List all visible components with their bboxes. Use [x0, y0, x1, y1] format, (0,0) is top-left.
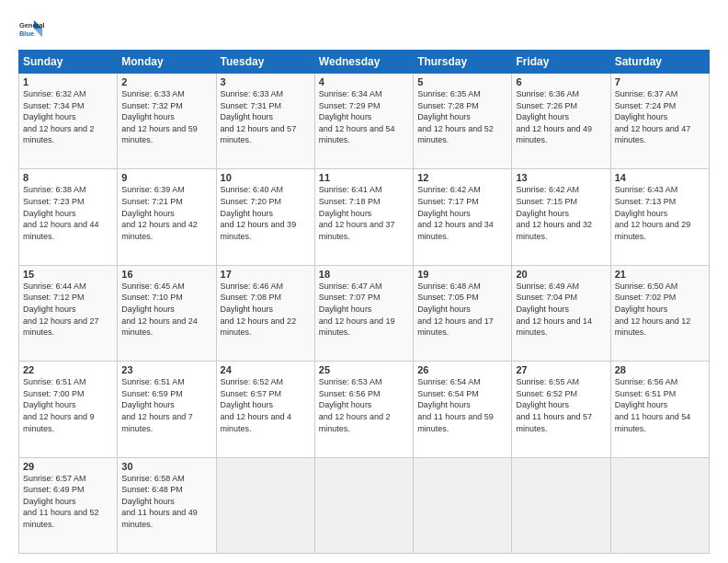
day-number: 16	[121, 269, 211, 280]
day-header-sunday: Sunday	[19, 51, 118, 74]
calendar-cell: 6 Sunrise: 6:36 AMSunset: 7:26 PMDayligh…	[512, 74, 610, 169]
calendar-cell: 13 Sunrise: 6:42 AMSunset: 7:15 PMDaylig…	[512, 169, 610, 265]
calendar-cell: 17 Sunrise: 6:46 AMSunset: 7:08 PMDaylig…	[216, 265, 314, 361]
calendar-cell	[610, 457, 709, 553]
day-number: 21	[615, 269, 705, 280]
calendar-cell: 3 Sunrise: 6:33 AMSunset: 7:31 PMDayligh…	[216, 74, 314, 169]
day-number: 4	[319, 76, 409, 87]
calendar-cell: 14 Sunrise: 6:43 AMSunset: 7:13 PMDaylig…	[610, 169, 709, 265]
day-info: Sunrise: 6:55 AMSunset: 6:52 PMDaylight …	[516, 376, 606, 434]
calendar-cell: 27 Sunrise: 6:55 AMSunset: 6:52 PMDaylig…	[512, 362, 610, 457]
day-info: Sunrise: 6:42 AMSunset: 7:17 PMDaylight …	[417, 184, 507, 242]
day-info: Sunrise: 6:50 AMSunset: 7:02 PMDaylight …	[615, 281, 705, 339]
page: General Blue SundayMondayTuesdayWednesda…	[0, 0, 728, 563]
calendar-cell: 28 Sunrise: 6:56 AMSunset: 6:51 PMDaylig…	[610, 362, 709, 457]
day-info: Sunrise: 6:42 AMSunset: 7:15 PMDaylight …	[516, 184, 606, 242]
calendar-cell	[314, 457, 413, 553]
day-number: 20	[516, 269, 606, 280]
day-header-thursday: Thursday	[414, 51, 512, 74]
calendar-cell: 19 Sunrise: 6:48 AMSunset: 7:05 PMDaylig…	[414, 265, 512, 361]
day-number: 29	[23, 461, 113, 472]
calendar-cell: 15 Sunrise: 6:44 AMSunset: 7:12 PMDaylig…	[19, 265, 118, 361]
day-number: 24	[221, 364, 311, 375]
calendar-cell: 24 Sunrise: 6:52 AMSunset: 6:57 PMDaylig…	[216, 362, 314, 457]
day-info: Sunrise: 6:49 AMSunset: 7:04 PMDaylight …	[516, 281, 606, 339]
calendar-week-2: 8 Sunrise: 6:38 AMSunset: 7:23 PMDayligh…	[19, 169, 710, 265]
day-info: Sunrise: 6:33 AMSunset: 7:32 PMDaylight …	[121, 88, 211, 146]
day-header-wednesday: Wednesday	[314, 51, 413, 74]
day-header-saturday: Saturday	[610, 51, 709, 74]
day-number: 5	[417, 76, 507, 87]
day-number: 6	[516, 76, 606, 87]
day-info: Sunrise: 6:48 AMSunset: 7:05 PMDaylight …	[417, 281, 507, 339]
day-number: 30	[121, 461, 211, 472]
day-number: 25	[319, 364, 409, 375]
calendar-cell: 11 Sunrise: 6:41 AMSunset: 7:18 PMDaylig…	[314, 169, 413, 265]
day-number: 1	[23, 76, 113, 87]
day-number: 10	[221, 172, 311, 183]
day-number: 13	[516, 172, 606, 183]
calendar-cell: 12 Sunrise: 6:42 AMSunset: 7:17 PMDaylig…	[414, 169, 512, 265]
day-info: Sunrise: 6:54 AMSunset: 6:54 PMDaylight …	[417, 376, 507, 434]
calendar-cell	[216, 457, 314, 553]
day-info: Sunrise: 6:53 AMSunset: 6:56 PMDaylight …	[319, 376, 409, 434]
calendar-cell: 5 Sunrise: 6:35 AMSunset: 7:28 PMDayligh…	[414, 74, 512, 169]
calendar-cell: 9 Sunrise: 6:39 AMSunset: 7:21 PMDayligh…	[118, 169, 216, 265]
calendar-week-3: 15 Sunrise: 6:44 AMSunset: 7:12 PMDaylig…	[19, 265, 710, 361]
calendar-cell: 10 Sunrise: 6:40 AMSunset: 7:20 PMDaylig…	[216, 169, 314, 265]
day-header-tuesday: Tuesday	[216, 51, 314, 74]
svg-text:General: General	[19, 21, 44, 29]
day-info: Sunrise: 6:57 AMSunset: 6:49 PMDaylight …	[23, 473, 113, 531]
day-info: Sunrise: 6:37 AMSunset: 7:24 PMDaylight …	[615, 88, 705, 146]
calendar-cell: 22 Sunrise: 6:51 AMSunset: 7:00 PMDaylig…	[19, 362, 118, 457]
day-number: 23	[121, 364, 211, 375]
calendar-cell: 21 Sunrise: 6:50 AMSunset: 7:02 PMDaylig…	[610, 265, 709, 361]
calendar-cell: 29 Sunrise: 6:57 AMSunset: 6:49 PMDaylig…	[19, 457, 118, 553]
day-number: 19	[417, 269, 507, 280]
day-info: Sunrise: 6:44 AMSunset: 7:12 PMDaylight …	[23, 281, 113, 339]
day-header-friday: Friday	[512, 51, 610, 74]
calendar-cell	[512, 457, 610, 553]
day-info: Sunrise: 6:47 AMSunset: 7:07 PMDaylight …	[319, 281, 409, 339]
calendar-week-4: 22 Sunrise: 6:51 AMSunset: 7:00 PMDaylig…	[19, 362, 710, 457]
calendar-cell: 25 Sunrise: 6:53 AMSunset: 6:56 PMDaylig…	[314, 362, 413, 457]
day-info: Sunrise: 6:51 AMSunset: 7:00 PMDaylight …	[23, 376, 113, 434]
calendar-cell: 4 Sunrise: 6:34 AMSunset: 7:29 PMDayligh…	[314, 74, 413, 169]
day-number: 18	[319, 269, 409, 280]
day-info: Sunrise: 6:38 AMSunset: 7:23 PMDaylight …	[23, 184, 113, 242]
day-number: 12	[417, 172, 507, 183]
day-info: Sunrise: 6:58 AMSunset: 6:48 PMDaylight …	[121, 473, 211, 531]
day-number: 11	[319, 172, 409, 183]
day-number: 28	[615, 364, 705, 375]
logo: General Blue	[18, 17, 44, 42]
calendar-cell	[414, 457, 512, 553]
day-info: Sunrise: 6:43 AMSunset: 7:13 PMDaylight …	[615, 184, 705, 242]
calendar-cell: 1 Sunrise: 6:32 AMSunset: 7:34 PMDayligh…	[19, 74, 118, 169]
calendar-week-5: 29 Sunrise: 6:57 AMSunset: 6:49 PMDaylig…	[19, 457, 710, 553]
header: General Blue	[18, 17, 710, 42]
day-info: Sunrise: 6:34 AMSunset: 7:29 PMDaylight …	[319, 88, 409, 146]
calendar-cell: 26 Sunrise: 6:54 AMSunset: 6:54 PMDaylig…	[414, 362, 512, 457]
day-info: Sunrise: 6:46 AMSunset: 7:08 PMDaylight …	[221, 281, 311, 339]
day-number: 26	[417, 364, 507, 375]
day-number: 3	[221, 76, 311, 87]
day-info: Sunrise: 6:51 AMSunset: 6:59 PMDaylight …	[121, 376, 211, 434]
svg-text:Blue: Blue	[19, 29, 34, 38]
calendar-cell: 30 Sunrise: 6:58 AMSunset: 6:48 PMDaylig…	[118, 457, 216, 553]
calendar-cell: 18 Sunrise: 6:47 AMSunset: 7:07 PMDaylig…	[314, 265, 413, 361]
day-info: Sunrise: 6:40 AMSunset: 7:20 PMDaylight …	[221, 184, 311, 242]
calendar-cell: 23 Sunrise: 6:51 AMSunset: 6:59 PMDaylig…	[118, 362, 216, 457]
calendar-cell: 7 Sunrise: 6:37 AMSunset: 7:24 PMDayligh…	[610, 74, 709, 169]
day-info: Sunrise: 6:36 AMSunset: 7:26 PMDaylight …	[516, 88, 606, 146]
day-info: Sunrise: 6:56 AMSunset: 6:51 PMDaylight …	[615, 376, 705, 434]
day-info: Sunrise: 6:45 AMSunset: 7:10 PMDaylight …	[121, 281, 211, 339]
day-info: Sunrise: 6:32 AMSunset: 7:34 PMDaylight …	[23, 88, 113, 146]
day-info: Sunrise: 6:33 AMSunset: 7:31 PMDaylight …	[221, 88, 311, 146]
day-number: 22	[23, 364, 113, 375]
day-number: 8	[23, 172, 113, 183]
calendar-cell: 16 Sunrise: 6:45 AMSunset: 7:10 PMDaylig…	[118, 265, 216, 361]
day-number: 17	[221, 269, 311, 280]
calendar-cell: 2 Sunrise: 6:33 AMSunset: 7:32 PMDayligh…	[118, 74, 216, 169]
day-info: Sunrise: 6:52 AMSunset: 6:57 PMDaylight …	[221, 376, 311, 434]
calendar-week-1: 1 Sunrise: 6:32 AMSunset: 7:34 PMDayligh…	[19, 74, 710, 169]
